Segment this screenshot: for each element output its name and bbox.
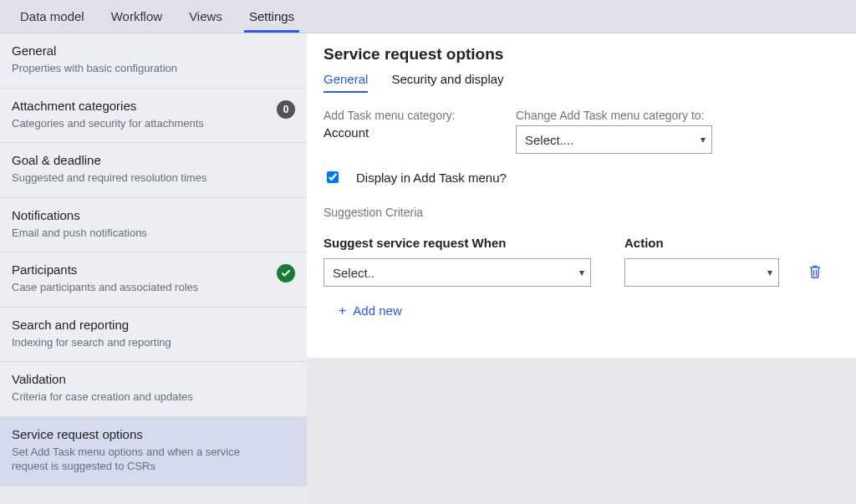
suggestion-criteria-label: Suggestion Criteria [324, 206, 839, 219]
top-tab-views[interactable]: Views [176, 0, 236, 33]
add-new-button[interactable]: + Add new [324, 300, 402, 321]
subtab-general[interactable]: General [324, 69, 368, 93]
plus-icon: + [339, 304, 346, 318]
subtab-security-and-display[interactable]: Security and display [391, 69, 503, 93]
top-tab-settings[interactable]: Settings [236, 0, 308, 33]
display-in-add-task-label: Display in Add Task menu? [356, 171, 507, 185]
sidebar-item-title: Validation [12, 372, 295, 386]
when-header: Suggest service request When [324, 236, 624, 250]
sidebar-item-subtitle: Criteria for case creation and updates [12, 389, 295, 405]
sidebar-item-subtitle: Case participants and associated roles [12, 280, 295, 295]
sidebar-item-title: Notifications [12, 208, 295, 222]
delete-row-button[interactable] [805, 261, 825, 285]
sidebar-item-subtitle: Properties with basic configuration [12, 61, 295, 76]
sidebar-item-search-and-reporting[interactable]: Search and reportingIndexing for search … [0, 308, 307, 363]
sidebar-item-goal-deadline[interactable]: Goal & deadlineSuggested and required re… [0, 143, 307, 198]
sidebar-item-general[interactable]: GeneralProperties with basic configurati… [0, 33, 307, 89]
display-in-add-task-checkbox[interactable] [327, 171, 339, 183]
panel-subtabs: GeneralSecurity and display [324, 69, 839, 94]
trash-icon [808, 269, 822, 282]
top-tabs: Data modelWorkflowViewsSettings [0, 0, 856, 33]
action-select[interactable] [624, 258, 779, 287]
add-new-label: Add new [353, 303, 401, 318]
action-header: Action [624, 236, 792, 250]
top-tab-workflow[interactable]: Workflow [98, 0, 176, 33]
sidebar-item-subtitle: Suggested and required resolution times [12, 171, 295, 186]
sidebar-item-notifications[interactable]: NotificationsEmail and push notification… [0, 198, 307, 253]
service-request-options-panel: Service request options GeneralSecurity … [307, 33, 856, 358]
settings-sidebar: GeneralProperties with basic configurati… [0, 33, 307, 504]
sidebar-item-service-request-options[interactable]: Service request optionsSet Add Task menu… [0, 417, 307, 486]
change-category-select[interactable]: Select.... [516, 125, 712, 154]
top-tab-data-model[interactable]: Data model [7, 0, 98, 33]
sidebar-item-participants[interactable]: ParticipantsCase participants and associ… [0, 252, 307, 308]
sidebar-item-subtitle: Categories and security for attachments [12, 116, 295, 131]
change-category-label: Change Add Task menu category to: [516, 109, 712, 122]
sidebar-item-title: Attachment categories [12, 99, 295, 113]
current-category-label: Add Task menu category: [324, 109, 491, 122]
sidebar-item-title: Service request options [12, 427, 295, 441]
sidebar-item-attachment-categories[interactable]: Attachment categoriesCategories and secu… [0, 89, 307, 144]
sidebar-item-subtitle: Email and push notifications [12, 226, 295, 241]
sidebar-item-subtitle: Indexing for search and reporting [12, 335, 295, 350]
sidebar-item-validation[interactable]: ValidationCriteria for case creation and… [0, 362, 307, 417]
count-badge: 0 [277, 100, 295, 119]
panel-title: Service request options [324, 45, 839, 64]
current-category-value: Account [324, 125, 491, 140]
sidebar-item-subtitle: Set Add Task menu options and when a ser… [12, 445, 295, 474]
sidebar-item-title: Goal & deadline [12, 153, 295, 167]
sidebar-item-title: Search and reporting [12, 318, 295, 332]
criteria-row: Select.. [324, 258, 839, 287]
sidebar-item-title: Participants [12, 262, 295, 277]
when-select[interactable]: Select.. [324, 258, 591, 287]
sidebar-item-title: General [12, 43, 295, 58]
